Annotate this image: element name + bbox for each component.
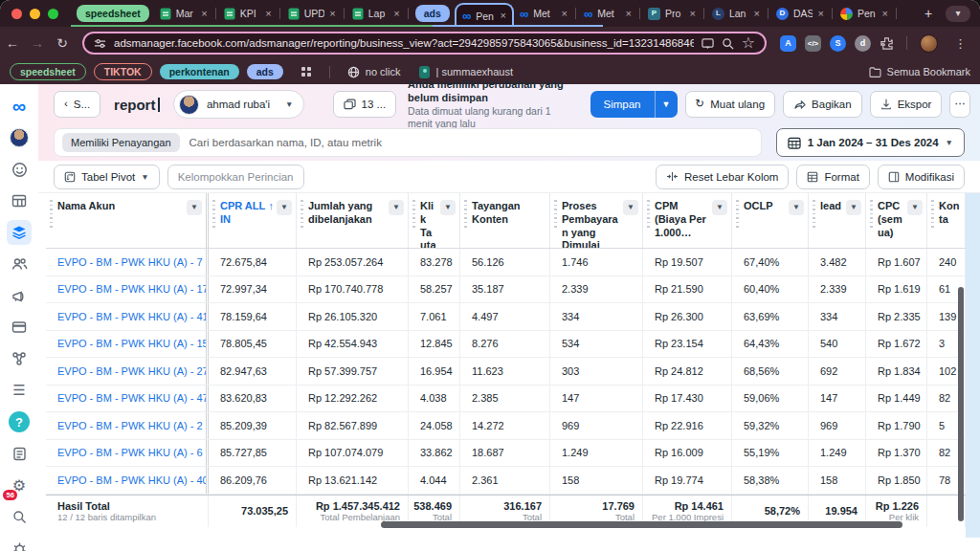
bookmark-pill[interactable]: perkontenan [160, 64, 239, 79]
account-name-link[interactable]: EVPO - BM - PWK HKU (A) - 7 [46, 249, 209, 276]
account-selector[interactable]: ahmad ruba'i ▼ [173, 90, 304, 119]
bookmark-pill[interactable]: ads [247, 64, 283, 79]
save-dropdown-button[interactable]: ▼ [655, 91, 678, 118]
sidebar-item-bug[interactable] [7, 536, 32, 551]
drag-handle-icon[interactable] [870, 200, 873, 229]
drag-handle-icon[interactable] [647, 200, 650, 229]
browser-tab[interactable]: LLan× [706, 3, 766, 24]
vertical-scrollbar[interactable] [958, 287, 964, 521]
close-tab-icon[interactable]: × [753, 9, 759, 19]
drag-handle-icon[interactable] [412, 200, 415, 229]
extension-shazam-icon[interactable]: S [830, 35, 846, 52]
close-tab-icon[interactable]: × [881, 9, 887, 19]
column-header[interactable]: CPM (Biaya Per 1.000…▼ [643, 193, 732, 248]
cast-icon[interactable] [702, 37, 714, 50]
drag-handle-icon[interactable] [813, 200, 815, 229]
extensions-puzzle-icon[interactable] [880, 36, 894, 51]
sidebar-item-menu[interactable]: ☰ [7, 378, 32, 403]
drag-handle-icon[interactable] [464, 200, 467, 229]
sidebar-item-settings[interactable]: ⚙56 [7, 473, 32, 497]
more-options-button[interactable]: ⋯ [949, 91, 970, 118]
column-header[interactable]: Konta [927, 193, 966, 248]
tab-group-label[interactable]: speedsheet [77, 5, 149, 22]
browser-tab[interactable]: DDAS× [770, 3, 830, 24]
column-menu-button[interactable]: ▼ [277, 200, 292, 215]
reload-data-button[interactable]: ↻ Muat ulang [685, 91, 776, 118]
browser-tab[interactable]: PPro× [642, 3, 702, 24]
browser-menu-icon[interactable]: ⋮ [954, 36, 967, 51]
column-header[interactable]: CPR ALL IN↑▼ [209, 193, 297, 248]
column-menu-button[interactable]: ▼ [789, 200, 804, 215]
browser-tab[interactable]: UPD× [282, 3, 342, 24]
drag-handle-icon[interactable] [50, 200, 53, 229]
close-tab-icon[interactable]: × [689, 9, 695, 19]
reset-column-width-button[interactable]: Reset Lebar Kolom [656, 165, 789, 189]
sidebar-item-smiley[interactable] [7, 157, 32, 182]
column-header[interactable]: lead▼ [809, 193, 866, 248]
column-header[interactable]: OCLP▼ [732, 193, 809, 248]
column-menu-button[interactable]: ▼ [712, 200, 727, 215]
browser-tab[interactable]: KPI× [218, 3, 278, 24]
sidebar-item-megaphone[interactable] [7, 283, 32, 308]
report-title[interactable]: report [114, 97, 160, 113]
close-tab-icon[interactable]: × [817, 9, 823, 19]
back-breadcrumb-button[interactable]: ‹ S... [54, 91, 100, 118]
close-window-button[interactable] [11, 9, 22, 19]
close-tab-icon[interactable]: × [500, 11, 505, 21]
extension-dp-icon[interactable]: d [855, 35, 871, 52]
account-name-link[interactable]: EVPO - BM - PWK HKU (A) - 17 [46, 276, 209, 303]
close-tab-icon[interactable]: × [265, 9, 271, 19]
close-tab-icon[interactable]: × [625, 9, 631, 19]
account-name-link[interactable]: EVPO - BM - PWK HKU (A) - 2 [46, 412, 209, 439]
browser-tab[interactable]: ∞Met× [578, 3, 637, 24]
column-menu-button[interactable]: ▼ [623, 200, 638, 215]
browser-tab[interactable]: ∞Pen× [455, 3, 514, 27]
bookmark-pill[interactable]: TIKTOK [94, 63, 152, 80]
account-name-link[interactable]: EVPO - BM - PWK HKU (A) - 40 [46, 467, 209, 494]
site-settings-icon[interactable] [94, 37, 106, 50]
bookmark-star-icon[interactable]: ☆ [742, 35, 755, 51]
tab-search-button[interactable]: ▾ [946, 6, 970, 22]
column-header[interactable]: Jumlah yang dibelanjakan▼ [297, 193, 409, 248]
sidebar-item-notes[interactable] [7, 441, 32, 466]
sidebar-item-audience[interactable] [7, 252, 32, 276]
drag-handle-icon[interactable] [931, 200, 934, 229]
bookmark-apps-button[interactable] [301, 66, 312, 77]
bookmark-item[interactable]: no click [347, 66, 401, 78]
close-tab-icon[interactable]: × [201, 9, 207, 19]
sidebar-item-meta-logo[interactable]: ∞ [7, 94, 32, 119]
columns-count-button[interactable]: 13 ... [333, 91, 397, 118]
column-header[interactable]: Klik Tautan▼ [409, 193, 460, 248]
account-name-link[interactable]: EVPO - BM - PWK HKU (A) - 6 [46, 440, 209, 467]
browser-tab[interactable]: ∞Met× [514, 3, 573, 24]
filter-chip-delivery[interactable]: Memiliki Penayangan [62, 133, 180, 152]
drag-handle-icon[interactable] [301, 200, 303, 229]
account-name-link[interactable]: EVPO - BM - PWK HKU (A) - 15 [46, 331, 209, 358]
date-range-picker[interactable]: 1 Jan 2024 – 31 Des 2024 ▼ [776, 128, 965, 157]
new-tab-button[interactable]: + [917, 6, 940, 21]
sidebar-item-user-avatar[interactable] [7, 125, 32, 150]
group-breakdown-button[interactable]: Kelompokkan Perincian [167, 165, 304, 189]
sidebar-item-help[interactable]: ? [7, 409, 32, 434]
column-header[interactable]: Tayangan Konten [460, 193, 550, 248]
share-button[interactable]: Bagikan [783, 91, 862, 118]
all-bookmarks-button[interactable]: Semua Bookmark [869, 66, 970, 77]
drag-handle-icon[interactable] [212, 200, 215, 229]
sidebar-item-campaigns[interactable] [7, 220, 32, 245]
account-name-link[interactable]: EVPO - BM - PWK HKU (A) - 41 [46, 303, 209, 330]
close-tab-icon[interactable]: × [393, 9, 399, 19]
modify-button[interactable]: Modifikasi [878, 165, 965, 189]
export-button[interactable]: Ekspor [870, 91, 943, 118]
column-menu-button[interactable]: ▼ [389, 200, 404, 215]
column-menu-button[interactable]: ▼ [846, 200, 861, 215]
browser-profile-avatar[interactable] [920, 34, 938, 53]
sidebar-item-assets[interactable] [7, 346, 32, 371]
format-button[interactable]: Format [796, 165, 869, 189]
maximize-window-button[interactable] [48, 9, 58, 19]
save-button[interactable]: Simpan [590, 91, 655, 118]
pivot-table-button[interactable]: Tabel Pivot ▼ [54, 165, 160, 189]
close-tab-icon[interactable]: × [329, 9, 335, 19]
bookmark-pill[interactable]: speedsheet [10, 63, 86, 80]
column-header[interactable]: Nama Akun▼ [46, 193, 209, 248]
column-menu-button[interactable]: ▼ [440, 200, 456, 215]
